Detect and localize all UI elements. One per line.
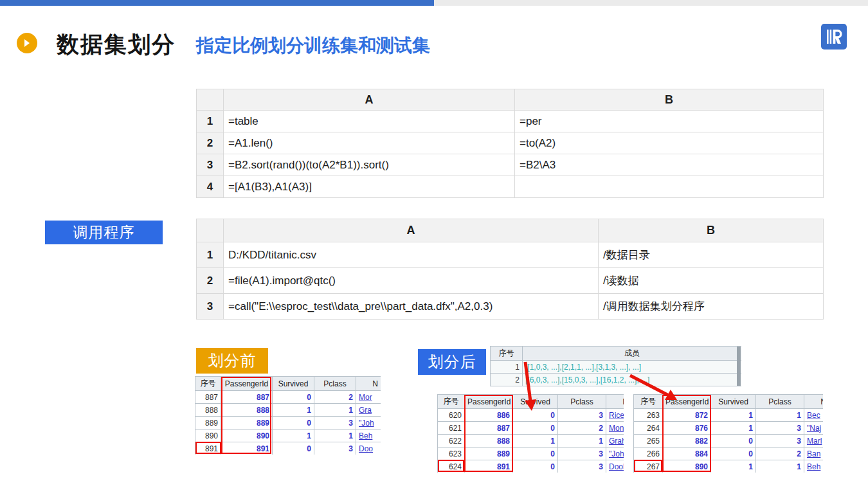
- cell: 266: [634, 447, 663, 460]
- chevron-right-circle-icon: [17, 33, 37, 53]
- cell: 3: [314, 417, 356, 429]
- cell: 263: [634, 409, 663, 422]
- col-header-a: A: [224, 89, 515, 111]
- before-split-grid: 序号 PassengerId Survived Pclass N 887 887…: [195, 376, 381, 455]
- test-set-grid: 序号 PassengerId Survived Pclass N 263 872…: [633, 394, 823, 473]
- cell: 1: [711, 409, 756, 422]
- slide: 数据集划分 指定比例划分训练集和测试集 A B 1 =table =per 2 …: [0, 0, 868, 488]
- col-header: Survived: [513, 395, 558, 409]
- cell: Mor: [356, 391, 381, 404]
- cell: 624: [438, 460, 465, 473]
- row-number: 4: [197, 176, 224, 198]
- col-header: 序号: [195, 377, 221, 391]
- cell: 888: [195, 404, 221, 417]
- corner-cell: [197, 89, 224, 111]
- col-header-a: A: [224, 219, 599, 242]
- cell: 0: [273, 391, 314, 404]
- row-number: 3: [197, 154, 224, 176]
- col-header: Pclass: [756, 395, 804, 409]
- cell: 0: [711, 435, 756, 447]
- col-header: Pclass: [314, 377, 356, 391]
- call-script-table: A B 1 D:/KDD/titanic.csv /数据目录 2 =file(A…: [196, 219, 824, 320]
- cell: 882: [663, 435, 711, 447]
- cell: 264: [634, 422, 663, 435]
- cell: 886: [465, 409, 513, 422]
- row-number: 2: [197, 132, 224, 154]
- cell: 890: [663, 460, 711, 473]
- cell-b2: /读数据: [599, 268, 824, 294]
- col-header: N: [804, 395, 824, 409]
- cell: 1: [314, 429, 356, 442]
- cell: 1: [513, 435, 558, 447]
- cell: 1: [756, 460, 804, 473]
- cell: 623: [438, 447, 465, 460]
- cell: 891: [465, 460, 513, 473]
- cell: 620: [438, 409, 465, 422]
- page-subtitle: 指定比例划分训练集和测试集: [196, 33, 430, 58]
- cell: Rice: [606, 409, 624, 422]
- cell: Bec: [804, 409, 824, 422]
- split-result-grid: 序号 成员 1 [[1,0,3, ...],[2,1,1, ...],[3,1,…: [490, 346, 741, 386]
- cell: 887: [221, 391, 273, 404]
- cell: Doo: [356, 442, 381, 455]
- row-number: 3: [197, 294, 224, 320]
- cell: 0: [513, 460, 558, 473]
- cell: 1: [711, 422, 756, 435]
- cell: 621: [438, 422, 465, 435]
- row-number: 1: [197, 111, 224, 132]
- cell: 1: [491, 361, 523, 374]
- cell: 1: [273, 429, 314, 442]
- col-header: 序号: [634, 395, 663, 409]
- cell: 0: [273, 417, 314, 429]
- cell: 3: [756, 422, 804, 435]
- cell-a3: =B2.sort(rand())(to(A2*B1)).sort(): [224, 154, 515, 176]
- cell: 2: [558, 422, 606, 435]
- top-bar-gray: [434, 0, 868, 6]
- cell: 3: [756, 435, 804, 447]
- cell: 891: [221, 442, 273, 455]
- cell: "Naj: [804, 422, 824, 435]
- cell: "Joh: [356, 417, 381, 429]
- cell: 876: [663, 422, 711, 435]
- raqsoft-r-logo-icon: [821, 24, 847, 50]
- cell: 889: [465, 447, 513, 460]
- after-split-label: 划分后: [418, 349, 486, 375]
- cell: 1: [711, 460, 756, 473]
- spl-script-table: A B 1 =table =per 2 =A1.len() =to(A2) 3 …: [196, 89, 824, 198]
- row-number: 2: [197, 268, 224, 294]
- cell-b2: =to(A2): [515, 132, 824, 154]
- cell: Beh: [804, 460, 824, 473]
- cell: 3: [558, 409, 606, 422]
- cell: Beh: [356, 429, 381, 442]
- col-header: N: [356, 377, 381, 391]
- col-header: Survived: [273, 377, 314, 391]
- col-header: Survived: [711, 395, 756, 409]
- train-set-grid: 序号 PassengerId Survived Pclass N 620 886…: [437, 394, 624, 473]
- col-header: PassengerId: [663, 395, 711, 409]
- top-bar-blue: [0, 0, 434, 6]
- cell: 872: [663, 409, 711, 422]
- col-header-b: B: [599, 219, 824, 242]
- cell: 265: [634, 435, 663, 447]
- cell: 622: [438, 435, 465, 447]
- cell: 887: [195, 391, 221, 404]
- col-header: PassengerId: [221, 377, 273, 391]
- cell: 2: [756, 447, 804, 460]
- cell-b1: /数据目录: [599, 242, 824, 268]
- scrollbar[interactable]: [737, 347, 741, 386]
- row-number: 1: [197, 242, 224, 268]
- cell-b4: [515, 176, 824, 198]
- cell: "Joh: [606, 447, 624, 460]
- cell: 3: [314, 442, 356, 455]
- cell-a1: D:/KDD/titanic.csv: [224, 242, 599, 268]
- cell-b3: /调用数据集划分程序: [599, 294, 824, 320]
- cell: 1: [558, 435, 606, 447]
- col-header: N: [606, 395, 624, 409]
- cell: Ban: [804, 447, 824, 460]
- cell: 0: [513, 409, 558, 422]
- cell: 884: [663, 447, 711, 460]
- cell: Mont: [606, 422, 624, 435]
- call-program-label: 调用程序: [45, 221, 163, 244]
- cell: 2: [491, 374, 523, 386]
- page-title: 数据集划分: [57, 30, 176, 60]
